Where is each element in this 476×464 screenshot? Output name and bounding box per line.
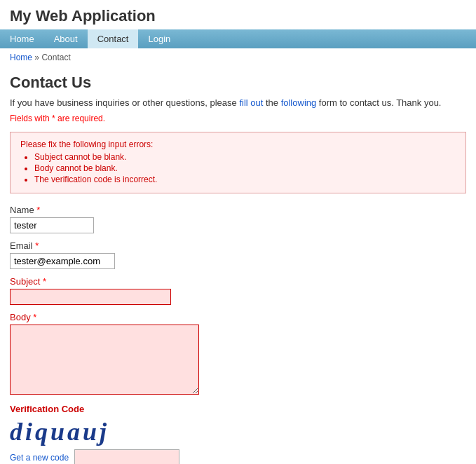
body-input[interactable]: [10, 325, 199, 395]
following-link[interactable]: following: [281, 97, 317, 108]
error-item: Body cannot be blank.: [34, 163, 456, 173]
subject-input[interactable]: [10, 289, 171, 305]
breadcrumb-separator: »: [34, 53, 39, 62]
email-input[interactable]: [10, 253, 115, 269]
name-input[interactable]: [10, 217, 94, 233]
app-header: My Web Application: [0, 0, 476, 29]
body-group: Body *: [10, 312, 466, 397]
captcha-image: diquauj: [10, 417, 466, 446]
breadcrumb-current: Contact: [41, 53, 70, 62]
get-new-code-link[interactable]: Get a new code: [10, 453, 69, 463]
app-title: My Web Application: [10, 7, 466, 25]
contact-form: Name * Email * Subject * Body *: [10, 205, 466, 464]
nav-about[interactable]: About: [44, 29, 88, 48]
email-group: Email *: [10, 240, 466, 269]
captcha-label: Verification Code: [10, 404, 466, 414]
main-content: Contact Us If you have business inquirie…: [0, 67, 476, 464]
body-label: Body *: [10, 312, 466, 322]
error-box: Please fix the following input errors: S…: [10, 132, 466, 193]
captcha-section: Verification Code diquauj Get a new code…: [10, 404, 466, 464]
nav-bar: Home About Contact Login: [0, 29, 476, 48]
nav-login[interactable]: Login: [138, 29, 180, 48]
breadcrumb-home-link[interactable]: Home: [10, 53, 32, 62]
page-title: Contact Us: [10, 74, 466, 92]
error-item: The verification code is incorrect.: [34, 175, 456, 184]
error-list: Subject cannot be blank. Body cannot be …: [34, 152, 456, 184]
name-group: Name *: [10, 205, 466, 233]
captcha-link-row: Get a new code: [10, 449, 466, 464]
required-note: Fields with * are required.: [10, 114, 466, 123]
subject-group: Subject *: [10, 276, 466, 305]
subject-label: Subject *: [10, 276, 466, 287]
fill-out-link[interactable]: fill out: [239, 97, 263, 108]
name-label: Name *: [10, 205, 466, 215]
error-item: Subject cannot be blank.: [34, 152, 456, 162]
error-heading: Please fix the following input errors:: [20, 139, 456, 149]
nav-home[interactable]: Home: [0, 29, 44, 48]
intro-text: If you have business inquiries or other …: [10, 97, 466, 108]
email-label: Email *: [10, 240, 466, 251]
captcha-input[interactable]: [74, 449, 179, 464]
breadcrumb: Home » Contact: [0, 48, 476, 67]
nav-contact[interactable]: Contact: [88, 29, 139, 48]
